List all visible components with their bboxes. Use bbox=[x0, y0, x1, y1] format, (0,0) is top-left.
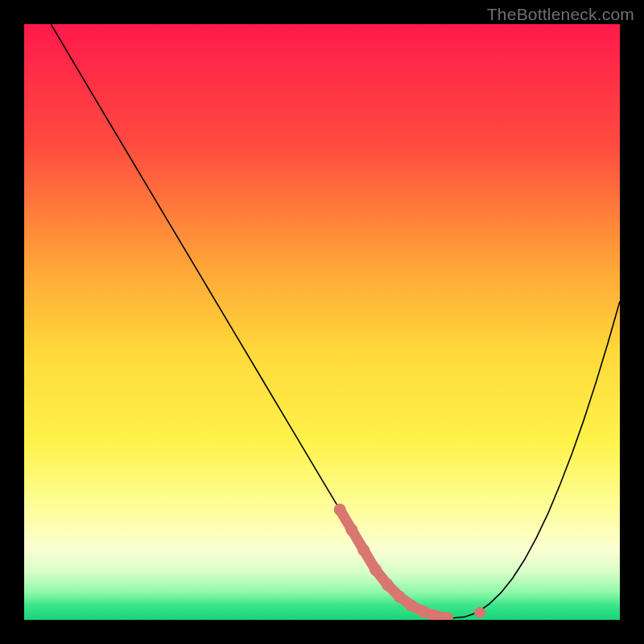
marker-dot bbox=[346, 524, 358, 536]
marker-dot bbox=[406, 600, 418, 612]
watermark-text: TheBottleneck.com bbox=[487, 5, 634, 24]
gradient-rect bbox=[24, 24, 620, 620]
marker-dot bbox=[474, 607, 485, 618]
chart-svg bbox=[24, 24, 620, 620]
chart-frame: TheBottleneck.com bbox=[0, 0, 644, 644]
marker-dot bbox=[369, 564, 382, 576]
marker-dot bbox=[334, 504, 346, 516]
plot-area bbox=[24, 24, 620, 620]
marker-dot bbox=[382, 579, 394, 591]
marker-dot bbox=[357, 544, 369, 556]
marker-dot bbox=[394, 591, 406, 603]
marker-dot bbox=[417, 605, 429, 617]
